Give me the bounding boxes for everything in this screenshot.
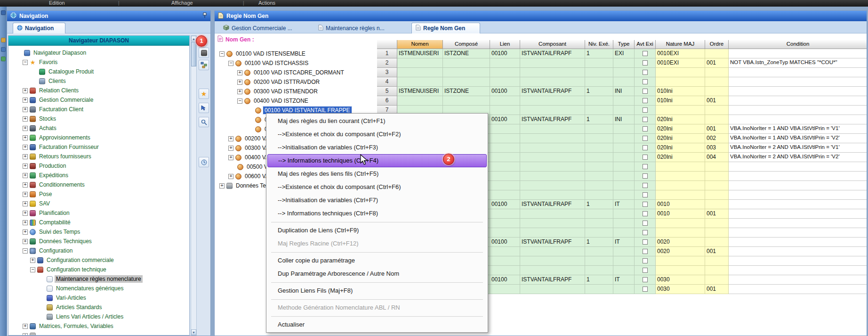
expand-box-icon[interactable]: + [237, 80, 242, 85]
grid-cell[interactable]: 1 [585, 238, 613, 247]
grid-cell[interactable] [585, 162, 613, 172]
nav-tree-item[interactable]: −★Favoris [23, 57, 59, 67]
grid-cell-avt-exi[interactable] [635, 87, 656, 96]
grid-cell[interactable] [585, 68, 613, 77]
grid-cell[interactable] [490, 266, 520, 275]
grid-cell[interactable]: 020Ini [656, 153, 705, 162]
grid-cell-avt-exi[interactable] [635, 275, 656, 285]
expand-box-icon[interactable]: + [23, 229, 28, 235]
grid-cell-avt-exi[interactable] [635, 247, 656, 256]
grid-cell[interactable]: 001 [705, 58, 729, 68]
grid-cell[interactable]: 0010 [656, 200, 705, 209]
grid-cell[interactable] [490, 77, 520, 87]
grid-cell[interactable] [656, 106, 705, 115]
grid-cell[interactable] [585, 106, 613, 115]
avt-exi-checkbox[interactable] [643, 70, 648, 75]
grid-cell[interactable] [729, 266, 867, 275]
grid-cell[interactable] [705, 219, 729, 228]
avt-exi-checkbox[interactable] [643, 145, 648, 150]
expand-box-icon[interactable]: + [23, 239, 28, 244]
grid-cell[interactable] [585, 172, 613, 181]
grid-cell[interactable] [520, 266, 585, 275]
context-menu-item[interactable]: Gestion Liens Fils (Maj+F8) [267, 284, 487, 297]
grid-cell-avt-exi[interactable] [635, 209, 656, 219]
grid-row[interactable]: 20010EXI001NOT VBA.Istn_ZoneTyp MATCHES … [377, 58, 867, 68]
grid-cell-avt-exi[interactable] [635, 172, 656, 181]
grid-cell-avt-exi[interactable] [635, 49, 656, 58]
grid-cell[interactable]: ISTVANTAILFRAPF [520, 200, 585, 209]
nav-tree-item[interactable]: +Relation Clients [23, 86, 80, 95]
grid-cell[interactable] [490, 162, 520, 172]
expand-box-icon[interactable]: + [23, 182, 28, 188]
nav-tree-item[interactable]: −Configuration technique [30, 265, 108, 274]
grid-cell[interactable]: 0020 [656, 238, 705, 247]
grid-cell[interactable] [520, 181, 585, 190]
grid-cell[interactable] [520, 58, 585, 68]
grid-cell[interactable] [613, 58, 635, 68]
avt-exi-checkbox[interactable] [643, 230, 648, 235]
grid-cell[interactable] [520, 219, 585, 228]
column-header-nature-maj[interactable]: Nature MAJ [656, 40, 705, 49]
context-menu-item[interactable]: -->Existence et choix du composant (Ctrl… [267, 180, 487, 194]
grid-cell[interactable] [520, 96, 585, 106]
grid-cell[interactable] [729, 228, 867, 238]
collapse-box-icon[interactable]: − [23, 60, 28, 65]
expand-box-icon[interactable]: + [23, 164, 28, 169]
grid-cell[interactable] [520, 124, 585, 134]
grid-cell[interactable]: VBA.InoNorIter = 2 AND VBA.IStVtlPrin = … [729, 153, 867, 162]
grid-cell-avt-exi[interactable] [635, 228, 656, 238]
grid-cell[interactable] [490, 285, 520, 294]
grid-cell[interactable] [729, 162, 867, 172]
grid-cell[interactable] [490, 219, 520, 228]
nav-tree-item[interactable]: +Facturation Fournisseur [23, 142, 100, 152]
avt-exi-checkbox[interactable] [643, 51, 648, 56]
avt-exi-checkbox[interactable] [643, 164, 648, 169]
grid-cell[interactable]: 001 [705, 209, 729, 219]
expand-box-icon[interactable]: + [228, 155, 233, 160]
grid-cell[interactable] [705, 172, 729, 181]
grid-cell[interactable] [705, 106, 729, 115]
grid-cell[interactable] [705, 228, 729, 238]
gen-tree-item[interactable]: +00300 VAD ISTMENDOR [237, 87, 319, 96]
nav-tree-item[interactable]: +Matrices, Formules, Variables [23, 321, 115, 331]
grid-cell[interactable]: 0030 [656, 285, 705, 294]
grid-cell[interactable] [613, 162, 635, 172]
avt-exi-checkbox[interactable] [643, 155, 648, 160]
grid-cell[interactable] [520, 172, 585, 181]
grid-cell[interactable] [520, 68, 585, 77]
grid-cell[interactable] [585, 219, 613, 228]
grid-cell[interactable]: 001 [705, 96, 729, 106]
grid-cell[interactable] [397, 68, 443, 77]
context-menu-item[interactable]: Coller copie du paramétrage [267, 254, 487, 267]
avt-exi-checkbox[interactable] [643, 249, 648, 254]
expand-box-icon[interactable]: + [23, 116, 28, 122]
grid-cell[interactable] [613, 247, 635, 256]
avt-exi-checkbox[interactable] [643, 202, 648, 207]
grid-cell[interactable] [613, 96, 635, 106]
grid-cell[interactable]: 001 [705, 124, 729, 134]
grid-cell[interactable] [729, 181, 867, 190]
grid-cell[interactable]: 002 [705, 134, 729, 143]
grid-cell[interactable]: 1 [585, 200, 613, 209]
column-header-avt-exi[interactable]: Avt Exi [635, 40, 656, 49]
grid-cell[interactable] [729, 77, 867, 87]
grid-cell[interactable] [705, 275, 729, 285]
grid-cell[interactable]: EXI [613, 49, 635, 58]
grid-cell[interactable] [520, 162, 585, 172]
grid-cell[interactable]: ISTZONE [443, 49, 490, 58]
grid-cell[interactable] [613, 124, 635, 134]
avt-exi-checkbox[interactable] [643, 268, 648, 273]
collapse-box-icon[interactable]: − [237, 98, 242, 104]
grid-cell[interactable]: ISTMENUISERI [397, 87, 443, 96]
avt-exi-checkbox[interactable] [643, 60, 648, 66]
grid-cell[interactable] [490, 228, 520, 238]
grid-cell[interactable] [490, 124, 520, 134]
grid-cell[interactable] [729, 247, 867, 256]
nav-tree-item[interactable]: +Conditionnements [23, 180, 86, 189]
grid-cell[interactable] [729, 238, 867, 247]
grid-row[interactable]: 3 [377, 68, 867, 77]
grid-cell-avt-exi[interactable] [635, 58, 656, 68]
dock-icon[interactable] [1, 38, 6, 42]
context-menu-item[interactable]: Duplication de Liens (Ctrl+F9) [267, 224, 487, 237]
nav-tree-item[interactable]: −Configuration [23, 246, 74, 255]
